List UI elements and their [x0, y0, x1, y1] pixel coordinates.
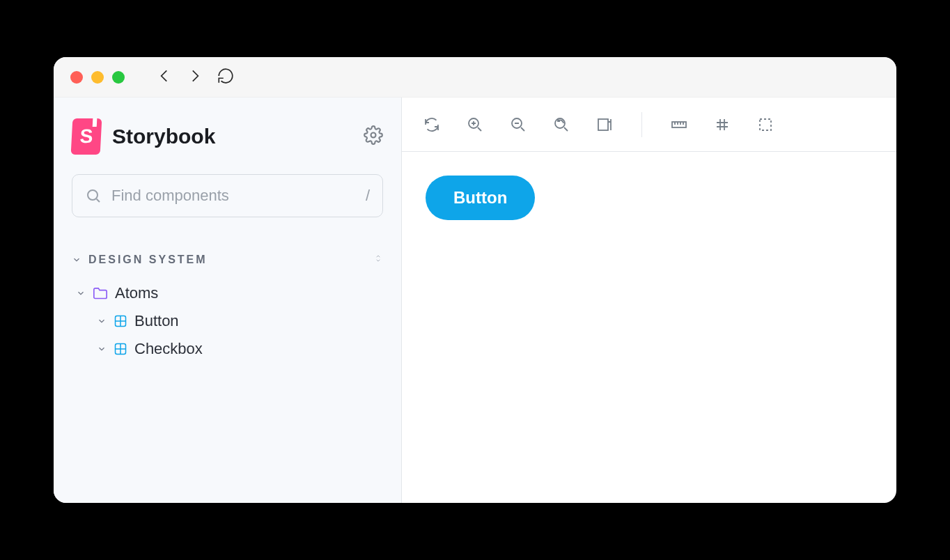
search-box[interactable]: / [72, 174, 383, 217]
sidebar: S Storybook / DESIGN SYSTEM [54, 98, 402, 503]
grid-icon [714, 116, 731, 133]
storybook-logo-icon: S [71, 118, 102, 155]
preview-area: Button [402, 152, 896, 503]
chevron-down-icon [76, 288, 86, 298]
titlebar [54, 57, 896, 98]
measure-button[interactable] [670, 116, 688, 134]
zoom-out-icon [510, 116, 527, 133]
browser-nav [155, 67, 235, 88]
zoom-in-button[interactable] [466, 116, 484, 134]
search-icon [85, 187, 102, 204]
svg-point-1 [88, 190, 98, 200]
search-shortcut-hint: / [366, 187, 370, 205]
svg-rect-9 [760, 119, 771, 130]
settings-button[interactable] [364, 125, 383, 148]
section-header[interactable]: DESIGN SYSTEM [72, 252, 383, 267]
traffic-lights [70, 71, 125, 84]
toolbar [402, 98, 896, 152]
sync-icon [423, 116, 440, 133]
viewport-button[interactable] [595, 116, 614, 134]
chevron-up-down-icon [373, 252, 383, 265]
canvas: Button [402, 98, 896, 503]
tree-folder-atoms[interactable]: Atoms [72, 284, 383, 302]
folder-icon [93, 287, 108, 300]
minimize-window-button[interactable] [91, 71, 104, 84]
tree-item-button[interactable]: Button [72, 312, 383, 330]
zoom-in-icon [467, 116, 483, 133]
back-button[interactable] [155, 67, 173, 88]
preview-button[interactable]: Button [426, 176, 535, 220]
app-window: S Storybook / DESIGN SYSTEM [54, 57, 896, 503]
toolbar-separator [641, 112, 642, 137]
zoom-out-button[interactable] [509, 116, 527, 134]
content: S Storybook / DESIGN SYSTEM [54, 98, 896, 503]
search-input[interactable] [111, 187, 366, 205]
brand-row: S Storybook [72, 118, 383, 155]
zoom-reset-icon [553, 116, 570, 133]
component-icon [114, 342, 127, 356]
tree-item-checkbox[interactable]: Checkbox [72, 340, 383, 358]
tree-label: Atoms [115, 284, 158, 302]
section-title: DESIGN SYSTEM [88, 254, 208, 266]
component-icon [114, 314, 127, 328]
tree: Atoms Button Checkbox [72, 284, 383, 358]
outline-icon [757, 116, 774, 133]
grid-button[interactable] [713, 116, 731, 134]
brand: S Storybook [72, 118, 215, 155]
chevron-down-icon [97, 316, 107, 326]
close-window-button[interactable] [70, 71, 83, 84]
maximize-window-button[interactable] [112, 71, 125, 84]
outline-button[interactable] [756, 116, 774, 134]
tree-label: Button [134, 312, 179, 330]
chevron-down-icon [72, 255, 81, 265]
svg-point-0 [371, 133, 376, 138]
brand-name: Storybook [112, 125, 215, 148]
viewport-icon [596, 116, 613, 133]
sync-button[interactable] [423, 116, 441, 134]
reload-button[interactable] [217, 67, 235, 88]
forward-button[interactable] [186, 67, 204, 88]
svg-rect-8 [672, 122, 686, 127]
zoom-reset-button[interactable] [552, 116, 570, 134]
gear-icon [364, 125, 383, 145]
measure-icon [671, 116, 687, 133]
sort-button[interactable] [373, 252, 383, 267]
chevron-down-icon [97, 344, 107, 354]
tree-label: Checkbox [134, 340, 203, 358]
svg-rect-7 [598, 119, 608, 130]
